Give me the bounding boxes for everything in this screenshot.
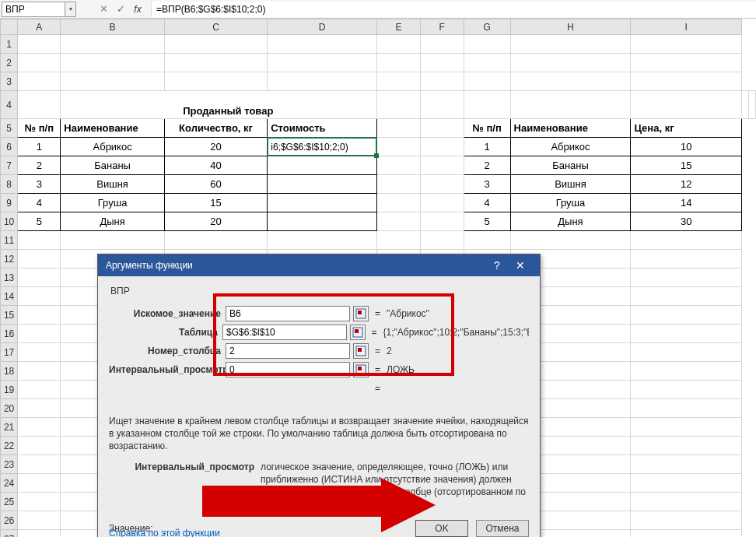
row-header-24[interactable]: 24 [1, 474, 18, 493]
col-header-B[interactable]: B [61, 19, 165, 35]
cell-E3[interactable] [377, 72, 421, 91]
cell-I16[interactable] [631, 325, 742, 343]
cell-I9[interactable]: 14 [631, 194, 742, 212]
cell-I27[interactable] [631, 530, 742, 538]
col-header-D[interactable]: D [268, 19, 377, 35]
range-selector-icon[interactable] [353, 306, 369, 321]
cell-G7[interactable]: 2 [464, 156, 510, 175]
cell-I20[interactable] [631, 399, 742, 418]
cell-I1[interactable] [631, 35, 742, 54]
row-header-6[interactable]: 6 [1, 138, 18, 156]
cell-I26[interactable] [631, 511, 742, 530]
col-header-G[interactable]: G [464, 19, 510, 35]
cell-I25[interactable] [631, 493, 742, 511]
cell-D3[interactable] [268, 72, 377, 91]
cell-F2[interactable] [420, 54, 464, 72]
cell-A26[interactable] [18, 511, 61, 530]
row-header-2[interactable]: 2 [1, 54, 18, 72]
cell-E10[interactable] [377, 212, 421, 231]
cell-C7[interactable]: 40 [164, 156, 267, 175]
cell-I19[interactable] [631, 381, 742, 399]
row-header-18[interactable]: 18 [1, 362, 18, 381]
cell-I22[interactable] [631, 437, 742, 455]
cell-B3[interactable] [61, 72, 165, 91]
cell-A18[interactable] [18, 362, 61, 381]
cell-F7[interactable] [420, 156, 464, 175]
col-header-I[interactable]: I [631, 19, 742, 35]
row-header-9[interactable]: 9 [1, 194, 18, 212]
insert-function-icon[interactable]: fx [129, 2, 146, 17]
arg-input-3[interactable] [226, 362, 350, 377]
cell-A15[interactable] [18, 306, 61, 325]
cell-A11[interactable] [18, 231, 61, 250]
cell-B2[interactable] [61, 54, 165, 72]
cell-A19[interactable] [18, 381, 61, 399]
cell-E9[interactable] [377, 194, 421, 212]
cell-E6[interactable] [377, 138, 421, 156]
range-selector-icon[interactable] [353, 362, 369, 377]
cell-H11[interactable] [510, 231, 631, 250]
cell-A23[interactable] [18, 455, 61, 474]
cell-B4[interactable]: Проданный товар [61, 91, 377, 119]
cell-I18[interactable] [631, 362, 742, 381]
cell-C1[interactable] [164, 35, 267, 54]
cell-A7[interactable]: 2 [18, 156, 61, 175]
cell-C11[interactable] [164, 231, 267, 250]
cell-C2[interactable] [164, 54, 267, 72]
row-header-27[interactable]: 27 [1, 530, 18, 538]
cell-H5[interactable]: Наименование [510, 119, 631, 138]
cell-D7[interactable] [268, 156, 377, 175]
formula-input[interactable]: =ВПР(B6;$G$6:$I$10;2;0) [151, 2, 756, 17]
cell-A9[interactable]: 4 [18, 194, 61, 212]
cell-I21[interactable] [631, 418, 742, 437]
row-header-17[interactable]: 17 [1, 343, 18, 362]
cell-I17[interactable] [631, 343, 742, 362]
cell-A24[interactable] [18, 474, 61, 493]
row-header-7[interactable]: 7 [1, 156, 18, 175]
cell-E5[interactable] [377, 119, 421, 138]
row-header-13[interactable]: 13 [1, 268, 18, 287]
cell-A20[interactable] [18, 399, 61, 418]
cell-H9[interactable]: Груша [510, 194, 631, 212]
cell-B5[interactable]: Наименование [61, 119, 165, 138]
help-icon[interactable]: ? [485, 259, 509, 272]
cell-A2[interactable] [18, 54, 61, 72]
cancel-icon[interactable]: ✕ [95, 2, 112, 17]
row-header-25[interactable]: 25 [1, 493, 18, 511]
row-header-4[interactable]: 4 [1, 91, 18, 119]
cell-C3[interactable] [164, 72, 267, 91]
row-header-1[interactable]: 1 [1, 35, 18, 54]
col-header-H[interactable]: H [510, 19, 631, 35]
cell-F10[interactable] [420, 212, 464, 231]
cell-G3[interactable] [464, 72, 510, 91]
cell-D1[interactable] [268, 35, 377, 54]
cell-G9[interactable]: 4 [464, 194, 510, 212]
row-header-5[interactable]: 5 [1, 119, 18, 138]
cell-G2[interactable] [464, 54, 510, 72]
cell-H4[interactable]: Прайс лист [742, 91, 749, 119]
cell-A6[interactable]: 1 [18, 138, 61, 156]
row-header-11[interactable]: 11 [1, 231, 18, 250]
cell-A13[interactable] [18, 268, 61, 287]
cell-F11[interactable] [420, 231, 464, 250]
cell-H7[interactable]: Бананы [510, 156, 631, 175]
cell-E11[interactable] [377, 231, 421, 250]
col-header-E[interactable]: E [377, 19, 421, 35]
cell-I3[interactable] [631, 72, 742, 91]
range-selector-icon[interactable] [353, 343, 369, 359]
cell-F6[interactable] [420, 138, 464, 156]
row-header-21[interactable]: 21 [1, 418, 18, 437]
cell-I10[interactable]: 30 [631, 212, 742, 231]
cell-F8[interactable] [420, 175, 464, 194]
cell-A25[interactable] [18, 493, 61, 511]
cell-D4[interactable] [420, 91, 464, 119]
cell-A4[interactable] [18, 91, 61, 119]
col-header-C[interactable]: C [164, 19, 267, 35]
cell-I2[interactable] [631, 54, 742, 72]
cell-A17[interactable] [18, 343, 61, 362]
cell-I7[interactable]: 15 [631, 156, 742, 175]
cell-F9[interactable] [420, 194, 464, 212]
cell-H1[interactable] [510, 35, 631, 54]
ok-button[interactable]: OK [415, 520, 468, 537]
row-header-22[interactable]: 22 [1, 437, 18, 455]
